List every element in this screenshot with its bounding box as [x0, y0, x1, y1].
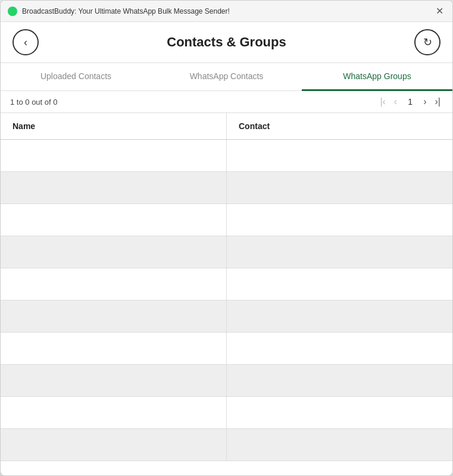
- cell-contact: [227, 236, 453, 268]
- table-row: [1, 300, 452, 333]
- refresh-button[interactable]: ↻: [414, 29, 440, 55]
- cell-contact: [227, 365, 453, 397]
- cell-name: [1, 236, 227, 268]
- table-row: [1, 236, 452, 268]
- tab-uploaded-contacts[interactable]: Uploaded Contacts: [1, 63, 151, 91]
- contacts-table: Name Contact: [1, 113, 452, 461]
- cell-name: [1, 300, 227, 333]
- cell-name: [1, 268, 227, 300]
- next-page-button[interactable]: ›: [421, 96, 429, 108]
- title-bar-left: BroadcastBuddy: Your Ultimate WhatsApp B…: [8, 7, 230, 16]
- cell-contact: [227, 333, 453, 365]
- table-body: [1, 140, 452, 461]
- title-bar-title: BroadcastBuddy: Your Ultimate WhatsApp B…: [22, 7, 230, 15]
- cell-name: [1, 140, 227, 172]
- column-header-contact: Contact: [227, 113, 453, 140]
- cell-contact: [227, 300, 453, 333]
- cell-contact: [227, 140, 453, 172]
- column-header-name: Name: [1, 113, 227, 140]
- table-row: [1, 397, 452, 429]
- refresh-icon: ↻: [423, 36, 432, 49]
- prev-page-button[interactable]: ‹: [392, 96, 399, 108]
- page-title: Contacts & Groups: [167, 35, 286, 50]
- current-page: 1: [403, 97, 417, 107]
- cell-contact: [227, 172, 453, 204]
- tabs-bar: Uploaded Contacts WhatsApp Contacts What…: [1, 63, 452, 91]
- table-container: Name Contact: [1, 113, 452, 475]
- cell-name: [1, 397, 227, 429]
- cell-name: [1, 365, 227, 397]
- table-row: [1, 268, 452, 300]
- pagination-controls: |‹ ‹ 1 › ›|: [377, 96, 443, 108]
- table-header-row: Name Contact: [1, 113, 452, 140]
- back-icon: ‹: [24, 36, 27, 49]
- header: ‹ Contacts & Groups ↻: [1, 22, 452, 63]
- app-window: BroadcastBuddy: Your Ultimate WhatsApp B…: [0, 0, 453, 476]
- close-button[interactable]: ✕: [433, 5, 445, 17]
- cell-contact: [227, 204, 453, 236]
- back-button[interactable]: ‹: [13, 29, 39, 55]
- cell-contact: [227, 268, 453, 300]
- cell-contact: [227, 429, 453, 461]
- first-page-button[interactable]: |‹: [377, 96, 388, 108]
- tab-whatsapp-groups[interactable]: WhatsApp Groups: [302, 63, 452, 91]
- table-row: [1, 365, 452, 397]
- pagination-range: 1 to 0 out of 0: [10, 98, 58, 107]
- tab-whatsapp-contacts[interactable]: WhatsApp Contacts: [151, 63, 302, 91]
- table-row: [1, 204, 452, 236]
- title-bar: BroadcastBuddy: Your Ultimate WhatsApp B…: [1, 1, 452, 22]
- cell-name: [1, 172, 227, 204]
- table-row: [1, 333, 452, 365]
- pagination-bar: 1 to 0 out of 0 |‹ ‹ 1 › ›|: [1, 91, 452, 113]
- table-row: [1, 429, 452, 461]
- cell-contact: [227, 397, 453, 429]
- cell-name: [1, 429, 227, 461]
- cell-name: [1, 204, 227, 236]
- cell-name: [1, 333, 227, 365]
- table-row: [1, 140, 452, 172]
- table-row: [1, 172, 452, 204]
- last-page-button[interactable]: ›|: [433, 96, 443, 108]
- app-icon: [8, 7, 17, 16]
